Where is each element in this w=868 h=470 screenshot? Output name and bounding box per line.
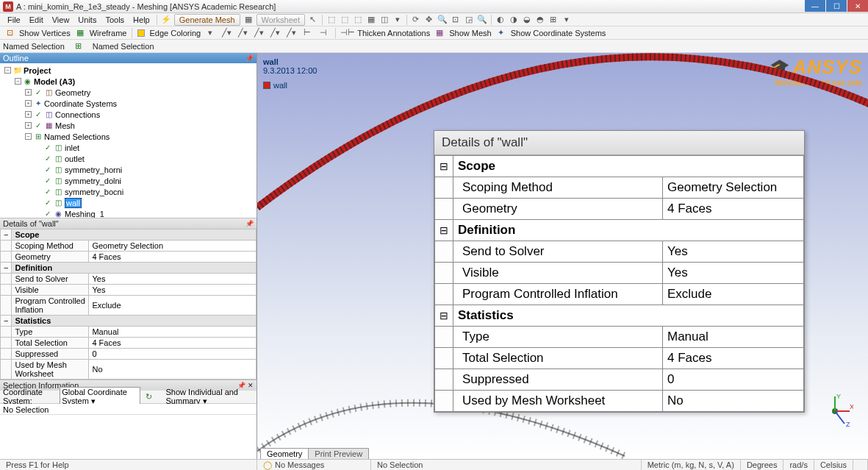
collapse-icon[interactable]: −	[1, 229, 12, 240]
val-type[interactable]: Manual	[89, 326, 257, 337]
collapse-icon[interactable]: −	[15, 78, 21, 85]
edge-tool-icon[interactable]: ╱▾	[285, 27, 297, 39]
edge-coloring-button[interactable]: Edge Coloring	[149, 29, 201, 38]
collapse-icon[interactable]: −	[4, 67, 11, 74]
menu-file[interactable]: File	[3, 15, 25, 24]
tree-wall[interactable]: ✓◫wall	[0, 197, 257, 208]
menu-view[interactable]: View	[48, 15, 74, 24]
val-geometry[interactable]: 4 Faces	[89, 251, 257, 262]
tree-connections[interactable]: +✓◫Connections	[0, 109, 257, 120]
float-val-inflation[interactable]: Exclude	[663, 284, 804, 305]
wireframe-button[interactable]: Wireframe	[90, 29, 127, 38]
refresh-icon[interactable]: ↻	[144, 391, 153, 402]
show-coord-button[interactable]: Show Coordinate Systems	[511, 29, 606, 38]
edge-tool-icon[interactable]: ⊢	[301, 27, 313, 39]
status-rads[interactable]: rad/s	[783, 460, 814, 470]
outline-tree[interactable]: −📁Project −◉Model (A3) +✓◫Geometry +✦Coo…	[0, 63, 257, 218]
zoom-box-icon[interactable]: ⊡	[450, 14, 462, 26]
tree-symh[interactable]: ✓◫symmetry_horni	[0, 164, 257, 175]
select-icon[interactable]: ⬚	[352, 14, 364, 26]
select-icon[interactable]: ⬚	[339, 14, 351, 26]
collapse-icon[interactable]: ⊟	[435, 156, 453, 177]
status-messages[interactable]: ◯No Messages	[257, 460, 371, 470]
val-visible[interactable]: Yes	[89, 284, 257, 295]
named-selection-button[interactable]: Named Selection	[93, 42, 154, 51]
tree-coord[interactable]: +✦Coordinate Systems	[0, 98, 257, 109]
tab-geometry[interactable]: Geometry	[260, 448, 309, 459]
rotate-icon[interactable]: ⟳	[410, 14, 422, 26]
named-selection-label[interactable]: Named Selection	[3, 42, 65, 51]
coord-icon[interactable]: ✦	[495, 27, 507, 39]
tree-symb[interactable]: ✓◫symmetry_bocni	[0, 186, 257, 197]
collapse-icon[interactable]: −	[25, 133, 32, 140]
expand-icon[interactable]: +	[25, 111, 32, 118]
select-icon[interactable]: ▦	[365, 14, 377, 26]
fit-icon[interactable]: ◲	[463, 14, 475, 26]
menu-edit[interactable]: Edit	[25, 15, 48, 24]
lightning-icon[interactable]: ⚡	[160, 14, 172, 26]
worksheet-button[interactable]: Worksheet	[257, 14, 305, 26]
view-icon[interactable]: ◑	[508, 14, 520, 26]
dropdown-icon[interactable]: ▾	[392, 14, 403, 26]
val-inflation[interactable]: Exclude	[89, 295, 257, 315]
minimize-button[interactable]: —	[805, 0, 825, 12]
panel-pin-icon[interactable]: 📌	[245, 54, 254, 62]
status-metric[interactable]: Metric (m, kg, N, s, V, A)	[642, 460, 741, 470]
select-icon[interactable]: ◫	[379, 14, 390, 26]
tree-symd[interactable]: ✓◫symmetry_dolni	[0, 175, 257, 186]
expand-icon[interactable]: +	[25, 100, 32, 107]
zoom-icon[interactable]: 🔍	[476, 14, 488, 26]
show-mesh-button[interactable]: Show Mesh	[449, 29, 491, 38]
menu-units[interactable]: Units	[73, 15, 101, 24]
float-val-type[interactable]: Manual	[663, 327, 804, 348]
float-val-scoping[interactable]: Geometry Selection	[663, 177, 804, 199]
float-val-suppressed[interactable]: 0	[663, 369, 804, 391]
edge-tool-icon[interactable]: ╱▾	[220, 27, 232, 39]
collapse-icon[interactable]: −	[1, 315, 12, 326]
expand-icon[interactable]: +	[25, 122, 32, 129]
pan-icon[interactable]: ✥	[423, 14, 435, 26]
graphics-viewport[interactable]: wall 9.3.2013 12:00 wall 🎓 ANSYS Noncomm…	[257, 53, 868, 459]
zoom-icon[interactable]: 🔍	[437, 14, 448, 26]
collapse-icon[interactable]: ⊟	[435, 220, 453, 241]
close-button[interactable]: ✕	[847, 0, 868, 12]
edge-tool-icon[interactable]: ⊣	[318, 27, 329, 39]
edge-tool-icon[interactable]: ╱▾	[237, 27, 248, 39]
float-val-usedby[interactable]: No	[663, 391, 804, 412]
edge-tool-icon[interactable]: ╱▾	[269, 27, 281, 39]
float-val-send[interactable]: Yes	[663, 241, 804, 263]
mesh-icon[interactable]: ▦	[434, 27, 445, 39]
cursor-icon[interactable]: ↖	[307, 14, 319, 26]
val-send[interactable]: Yes	[89, 273, 257, 284]
thicken-button[interactable]: Thicken Annotations	[357, 29, 430, 38]
val-usedby[interactable]: No	[89, 359, 257, 379]
val-total[interactable]: 4 Faces	[89, 337, 257, 348]
collapse-icon[interactable]: ⊟	[435, 305, 453, 327]
dropdown-icon[interactable]: ▾	[561, 14, 573, 26]
dropdown-icon[interactable]: ▾	[204, 27, 216, 39]
status-celsius[interactable]: Celsius	[814, 460, 853, 470]
select-icon[interactable]: ⬚	[326, 14, 337, 26]
panel-pin-icon[interactable]: 📌	[245, 220, 254, 227]
orientation-triad[interactable]: Y X Z	[817, 393, 853, 430]
tree-inlet[interactable]: ✓◫inlet	[0, 142, 257, 153]
wireframe-icon[interactable]: ▦	[74, 27, 86, 39]
edge-tool-icon[interactable]: ╱▾	[253, 27, 265, 39]
float-val-visible[interactable]: Yes	[663, 263, 804, 284]
view-icon[interactable]: ◒	[521, 14, 533, 26]
vertices-icon[interactable]: ⊡	[4, 27, 15, 39]
tab-print-preview[interactable]: Print Preview	[308, 448, 369, 459]
named-sel-icon[interactable]: ⊞	[73, 40, 85, 52]
menu-help[interactable]: Help	[129, 15, 154, 24]
tree-mesh[interactable]: +✓▦Mesh	[0, 120, 257, 131]
tree-model[interactable]: −◉Model (A3)	[0, 76, 257, 87]
view-icon[interactable]: ⊞	[548, 14, 559, 26]
status-degrees[interactable]: Degrees	[741, 460, 784, 470]
tree-outlet[interactable]: ✓◫outlet	[0, 153, 257, 164]
maximize-button[interactable]: ☐	[826, 0, 847, 12]
expand-icon[interactable]: +	[25, 89, 32, 96]
tree-namedselections[interactable]: −⊞Named Selections	[0, 131, 257, 142]
val-scoping-method[interactable]: Geometry Selection	[89, 240, 257, 251]
show-vertices-button[interactable]: Show Vertices	[19, 29, 71, 38]
float-val-geometry[interactable]: 4 Faces	[663, 199, 804, 220]
